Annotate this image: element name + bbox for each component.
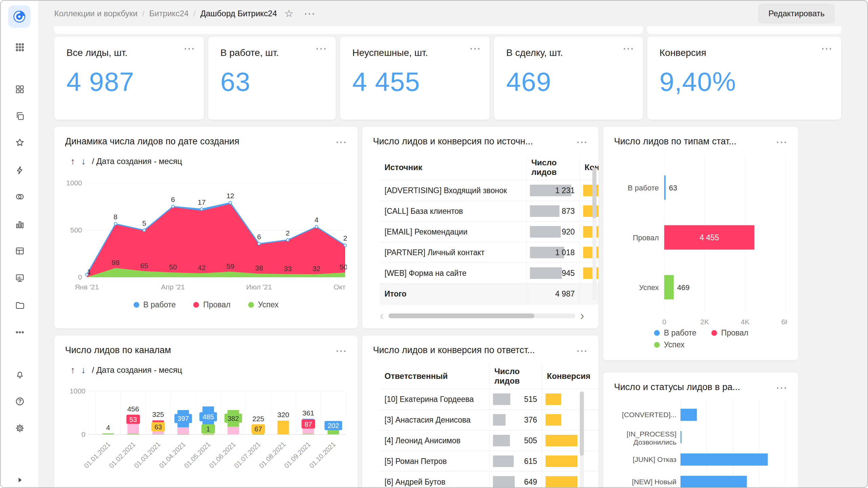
sort-desc-icon[interactable]: ↓ bbox=[81, 365, 86, 375]
svg-text:0: 0 bbox=[662, 318, 666, 326]
svg-text:67: 67 bbox=[255, 425, 262, 433]
chart-menu-dots[interactable]: ⋯ bbox=[576, 345, 588, 357]
legend-item[interactable]: В работе bbox=[654, 328, 696, 338]
legend-item[interactable]: В работе bbox=[134, 300, 176, 309]
conversion-bar bbox=[546, 455, 577, 467]
scrollbar-thumb[interactable] bbox=[389, 313, 534, 318]
chart-menu-dots[interactable]: ⋯ bbox=[776, 136, 787, 148]
area-chart-legend: В работеПровалУспех bbox=[65, 300, 347, 309]
datalens-logo[interactable] bbox=[8, 5, 31, 28]
column-header-2[interactable]: Число лидов bbox=[527, 155, 580, 180]
leads-value: 945 bbox=[562, 269, 575, 278]
legend-item[interactable]: Провал bbox=[193, 300, 230, 309]
chart-menu-dots[interactable]: ⋯ bbox=[335, 345, 347, 357]
kpi-menu-dots[interactable]: ⋯ bbox=[315, 43, 327, 54]
cell-label: [5] Роман Петров bbox=[380, 451, 490, 471]
cell-leads: 615 bbox=[490, 451, 542, 471]
cell-label: [CALL] База клиентов bbox=[380, 201, 527, 221]
header-menu-dots[interactable]: ⋯ bbox=[304, 8, 315, 19]
chart-menu-dots[interactable]: ⋯ bbox=[776, 382, 787, 393]
leads-bar bbox=[493, 393, 510, 405]
status-legend-row2: Успех bbox=[614, 340, 787, 349]
svg-text:456: 456 bbox=[127, 405, 139, 413]
conversion-bar bbox=[546, 393, 561, 405]
svg-text:33: 33 bbox=[284, 265, 292, 272]
kpi-menu-dots[interactable]: ⋯ bbox=[183, 43, 195, 54]
breadcrumb-workbook[interactable]: Битрикс24 bbox=[149, 9, 189, 18]
work-status-canvas[interactable]: [CONVERTED]...[IN_PROCESS]Дозвонились[JU… bbox=[614, 397, 787, 488]
expand-sidebar-icon[interactable] bbox=[12, 472, 27, 487]
status-bar-canvas[interactable]: 02K4K6KВ работе63Провал4 455Успех469 bbox=[614, 151, 787, 326]
scrollbar-track[interactable] bbox=[389, 313, 575, 318]
legend-dot-icon bbox=[654, 342, 660, 348]
scroll-left-icon[interactable]: ‹ bbox=[380, 310, 384, 322]
vertical-scrollbar[interactable] bbox=[592, 167, 596, 300]
channels-chart-canvas[interactable]: 10000401.01.20214565301.02.20213256301.0… bbox=[65, 378, 347, 483]
leads-value: 615 bbox=[524, 457, 537, 466]
favorites-star-icon[interactable] bbox=[12, 135, 27, 150]
kpi-menu-dots[interactable]: ⋯ bbox=[469, 43, 481, 54]
table-header-row: ИсточникЧисло лидовКонверсия bbox=[380, 155, 598, 180]
leads-bar bbox=[493, 435, 510, 446]
svg-text:382: 382 bbox=[228, 415, 239, 422]
favorite-star-icon[interactable]: ☆ bbox=[284, 7, 294, 19]
total-leads-value: 4 987 bbox=[555, 289, 575, 299]
collections-icon[interactable] bbox=[12, 82, 27, 97]
area-chart-canvas[interactable]: 05001000856171262421986550425938333250Ян… bbox=[65, 169, 347, 292]
kpi-menu-dots[interactable]: ⋯ bbox=[821, 43, 832, 54]
scrollbar-thumb[interactable] bbox=[580, 391, 584, 456]
sort-asc-icon[interactable]: ↑ bbox=[71, 365, 75, 375]
sort-controls: ↑ ↓ / Дата создания - месяц bbox=[71, 364, 347, 376]
sort-asc-icon[interactable]: ↑ bbox=[71, 156, 75, 167]
kpi-value: 9,40% bbox=[659, 66, 829, 97]
cell-label: [10] Екатерина Гордеева bbox=[380, 389, 490, 409]
status-legend-row1: В работеПровал bbox=[614, 328, 787, 338]
chart-menu-dots[interactable]: ⋯ bbox=[335, 136, 347, 148]
charts-icon[interactable] bbox=[12, 217, 27, 232]
legend-item[interactable]: Успех bbox=[654, 340, 685, 349]
legend-label: Успех bbox=[258, 300, 279, 309]
kpi-menu-dots[interactable]: ⋯ bbox=[623, 43, 634, 54]
scroll-right-icon[interactable]: › bbox=[580, 310, 584, 322]
svg-text:Янв '21: Янв '21 bbox=[75, 283, 99, 291]
kpi-title: Неуспешные, шт. bbox=[352, 47, 477, 58]
breadcrumb-collections[interactable]: Коллекции и воркбуки bbox=[54, 9, 137, 18]
svg-text:63: 63 bbox=[669, 184, 677, 192]
connections-lightning-icon[interactable] bbox=[12, 163, 27, 178]
vertical-scrollbar[interactable] bbox=[580, 391, 584, 488]
leads-value: 505 bbox=[524, 436, 537, 445]
datalens-dashboard-window: ? Коллекции и воркбуки / Битрикс24 / Даш… bbox=[0, 0, 868, 488]
column-header-2[interactable]: Число лидов bbox=[490, 363, 542, 389]
tables-icon[interactable] bbox=[12, 243, 27, 258]
storage-folder-icon[interactable] bbox=[12, 298, 27, 312]
legend-label: Провал bbox=[203, 300, 230, 309]
svg-text:1000: 1000 bbox=[70, 387, 85, 395]
cell-conversion bbox=[542, 451, 598, 471]
table-row: [ADVERTISING] Входящий звонок1 231 bbox=[380, 180, 598, 201]
svg-text:4K: 4K bbox=[741, 318, 750, 326]
help-icon[interactable]: ? bbox=[12, 394, 27, 409]
settings-gear-icon[interactable] bbox=[12, 421, 27, 435]
svg-text:225: 225 bbox=[252, 415, 264, 423]
workbooks-icon[interactable] bbox=[12, 108, 27, 123]
scrollbar-thumb[interactable] bbox=[592, 167, 596, 218]
notifications-bell-icon[interactable] bbox=[12, 367, 27, 382]
chart-menu-dots[interactable]: ⋯ bbox=[576, 136, 588, 148]
chart-card-leads-by-owner: Число лидов и конверсия по ответст... ⋯ … bbox=[362, 336, 598, 488]
svg-text:202: 202 bbox=[328, 422, 339, 429]
apps-grid-icon[interactable] bbox=[12, 40, 27, 55]
leads-bar bbox=[530, 267, 562, 279]
column-header-1[interactable]: Ответственный bbox=[380, 363, 490, 389]
column-header-1[interactable]: Источник bbox=[380, 155, 527, 180]
legend-item[interactable]: Успех bbox=[248, 300, 279, 309]
svg-text:01.02.2021: 01.02.2021 bbox=[107, 440, 137, 469]
leads-bar bbox=[493, 476, 515, 488]
datasets-icon[interactable] bbox=[12, 189, 27, 204]
legend-dot-icon bbox=[711, 330, 717, 336]
more-icon[interactable] bbox=[12, 325, 27, 340]
sort-desc-icon[interactable]: ↓ bbox=[81, 156, 86, 167]
legend-item[interactable]: Провал bbox=[711, 328, 748, 338]
column-header-3[interactable]: Конверсия bbox=[542, 363, 598, 389]
edit-button[interactable]: Редактировать bbox=[758, 4, 835, 23]
dashboards-icon[interactable] bbox=[12, 270, 27, 285]
